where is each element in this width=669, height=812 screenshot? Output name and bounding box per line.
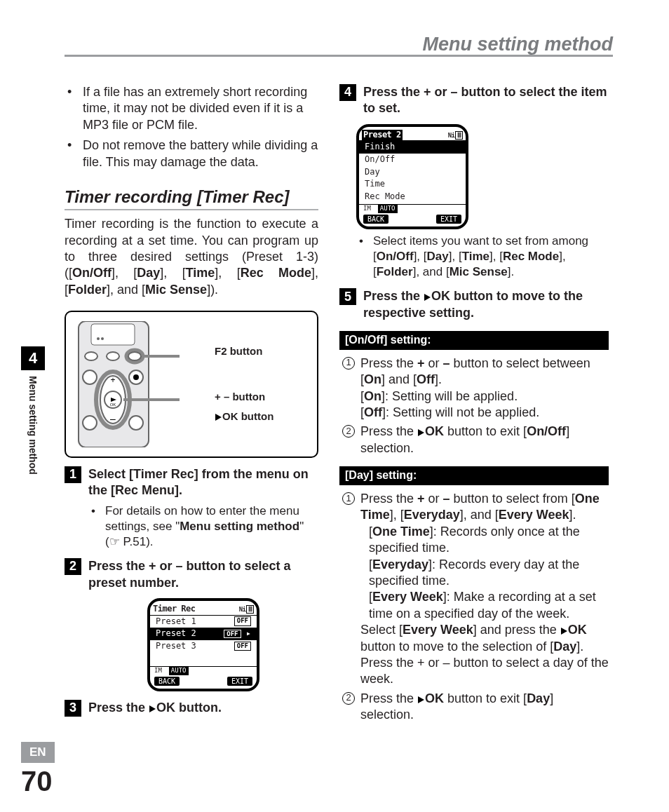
circle-number: 1 — [342, 492, 355, 505]
battery-icon: Ⅲ — [246, 605, 255, 614]
step-5: 5 Press the OK button to move to the res… — [339, 288, 609, 321]
device-illustration: OK + – — [74, 321, 187, 447]
ok-label: OK button — [215, 407, 273, 427]
text: AUTO — [169, 667, 189, 675]
text: button to exit [ — [444, 691, 527, 705]
text: Day — [553, 640, 576, 654]
text: Press the — [360, 492, 417, 506]
text: Ni — [239, 606, 246, 613]
svg-point-7 — [128, 352, 141, 360]
softkey-back: BACK — [154, 677, 180, 686]
section-title: Timer recording [Timer Rec] — [65, 186, 318, 210]
plusminus-label: + – button — [215, 387, 273, 407]
text: Press the — [360, 356, 417, 370]
text: IM — [363, 205, 371, 213]
play-icon — [418, 696, 424, 703]
step-heading: Press the + or – button to select the it… — [363, 84, 609, 117]
note-item: Do not remove the battery while dividing… — [83, 137, 318, 170]
text: AUTO — [378, 205, 398, 213]
svg-point-11 — [83, 416, 97, 430]
text: OK — [425, 424, 444, 438]
text: Folder — [377, 265, 413, 278]
svg-point-3 — [101, 337, 104, 340]
svg-text:OK: OK — [110, 402, 116, 407]
circle-number: 2 — [342, 425, 355, 438]
text: OK button. — [156, 701, 222, 715]
page-number: 70 — [21, 763, 53, 799]
play-icon — [561, 628, 567, 635]
svg-point-2 — [97, 337, 100, 340]
text: ], [ — [489, 250, 503, 263]
lcd-row: Time — [359, 178, 466, 191]
text: Day — [427, 250, 449, 263]
step-number: 1 — [65, 466, 81, 483]
svg-text:–: – — [110, 413, 116, 424]
text: OK — [568, 623, 587, 637]
battery-icon: Ⅲ — [455, 131, 464, 140]
step-heading: Select [Timer Rec] from the menu on the … — [88, 466, 318, 499]
text: or — [425, 356, 443, 370]
text: ]. — [175, 483, 182, 497]
lcd-row: Day — [359, 166, 466, 179]
text: Mic Sense — [450, 265, 508, 278]
notes-list: If a file has an extremely short recordi… — [65, 84, 318, 170]
text: Press the — [88, 701, 149, 715]
note-item: For details on how to enter the menu set… — [105, 503, 318, 550]
text: + — [417, 492, 425, 506]
text: Ni — [448, 132, 455, 139]
text: Off — [417, 372, 435, 386]
text: or — [425, 492, 443, 506]
text: Select [ — [360, 623, 403, 637]
text: ], [ — [160, 266, 185, 280]
step-2: 2 Press the + or – button to select a pr… — [65, 558, 318, 591]
svg-point-12 — [129, 416, 143, 430]
step-heading: Press the OK button. — [88, 700, 318, 716]
text: Mic Sense — [145, 283, 207, 297]
text: Every Week — [499, 508, 569, 522]
text: On — [364, 389, 381, 403]
side-tab: 4 Menu setting method — [21, 346, 45, 475]
text: ]. — [435, 372, 442, 386]
lcd-row-selected: Finish — [359, 141, 466, 154]
text: Timer Rec — [133, 467, 194, 481]
text: OK button — [222, 410, 273, 422]
text: ]: Setting will not be applied. — [382, 405, 539, 419]
text: [Every Week]: Make a recording at a set … — [360, 589, 609, 622]
svg-point-10 — [133, 374, 139, 380]
text: ], [ — [414, 250, 427, 263]
list-item: 2 Press the OK button to exit [Day] sele… — [342, 691, 609, 724]
text: button to select from [ — [450, 492, 575, 506]
text: ], [ — [215, 266, 240, 280]
circle-number: 1 — [342, 357, 355, 370]
text: Time — [186, 266, 215, 280]
onoff-setting-bar: [On/Off] setting: — [339, 331, 609, 350]
intro-paragraph: Timer recording is the function to execu… — [65, 216, 318, 298]
text: ], and [ — [460, 508, 499, 522]
lcd-screen-preset: Preset 2NiⅢ Finish On/Off Day Time Rec M… — [356, 124, 468, 229]
circle-number: 2 — [342, 692, 355, 705]
text: IM — [154, 667, 162, 675]
step-heading: Press the + or – button to select a pres… — [88, 558, 318, 591]
text: ]). — [207, 283, 218, 297]
softkey-exit: EXIT — [227, 677, 252, 686]
text: button to exit [ — [444, 424, 527, 438]
note-item: Select items you want to set from among … — [373, 234, 609, 280]
svg-text:+: + — [110, 375, 115, 385]
text: + — [417, 356, 425, 370]
text: Everyday — [404, 508, 460, 522]
text: ] and press the — [473, 623, 560, 637]
lcd-title: Timer Rec — [153, 604, 196, 615]
day-setting-bar: [Day] setting: — [339, 466, 609, 485]
day-list: 1 Press the + or – button to select from… — [339, 491, 609, 723]
text: Press the — [360, 691, 417, 705]
text: ]: Setting will be applied. — [381, 389, 518, 403]
text: Every Week — [403, 623, 473, 637]
off-badge: OFF — [224, 630, 241, 638]
text: Select [ — [88, 467, 133, 481]
text: Day — [137, 266, 160, 280]
text: On/Off — [527, 424, 566, 438]
step-4-notes: Select items you want to set from among … — [339, 234, 609, 280]
text: Press the — [360, 424, 417, 438]
svg-point-4 — [85, 352, 97, 360]
step-number: 3 — [65, 700, 81, 717]
